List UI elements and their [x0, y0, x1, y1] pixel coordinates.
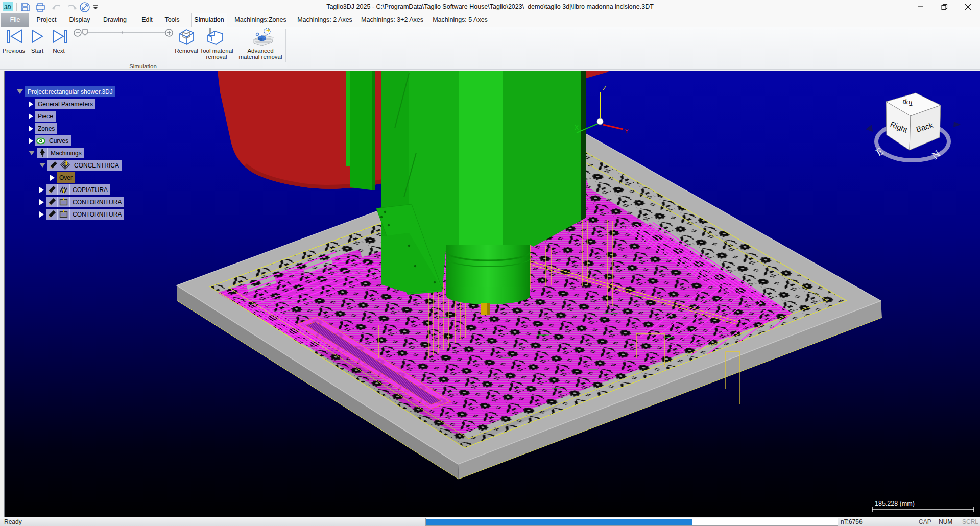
svg-text:Y: Y: [625, 128, 629, 135]
svg-text:185.228 (mm): 185.228 (mm): [875, 500, 915, 507]
svg-text:Z: Z: [603, 85, 606, 92]
svg-text:X: X: [575, 124, 579, 131]
